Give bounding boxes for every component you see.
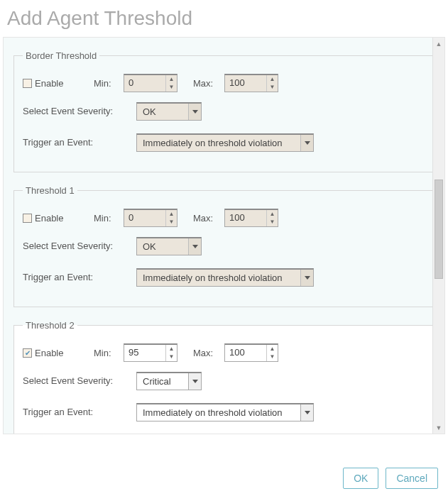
enable-checkbox[interactable] [23,79,32,88]
chevron-up-icon[interactable]: ▲ [267,75,278,84]
enable-checkbox[interactable] [23,214,32,223]
enable-checkbox[interactable]: ✔ [23,348,32,358]
group-legend: Threshold 1 [23,185,77,196]
chevron-down-icon [192,245,198,248]
dropdown-button[interactable] [188,373,201,390]
min-label: Min: [94,78,116,89]
dropdown-button[interactable] [188,104,201,120]
trigger-select[interactable]: Immediately on threshold violation [136,268,314,287]
min-input[interactable]: 95 ▲ ▼ [124,343,177,362]
min-spinner[interactable]: ▲ ▼ [165,345,177,361]
max-value: 100 [225,345,266,361]
chevron-down-icon[interactable]: ▼ [166,353,177,362]
page-title: Add Agent Threshold [7,7,448,30]
max-input[interactable]: 100 ▲ ▼ [224,343,278,362]
severity-select[interactable]: Critical [136,372,202,390]
chevron-down-icon [305,276,310,280]
trigger-label: Trigger an Event: [23,272,129,284]
group-threshold-1: Threshold 1 Enable Min: 0 ▲ ▼ Max: 100 [13,185,436,307]
chevron-down-icon[interactable]: ▼ [267,219,278,227]
min-input[interactable]: 0 ▲ ▼ [124,74,177,92]
max-input[interactable]: 100 ▲ ▼ [224,74,278,92]
scroll-up-icon[interactable]: ▲ [433,38,444,50]
trigger-select[interactable]: Immediately on threshold violation [136,403,314,421]
max-spinner[interactable]: ▲ ▼ [266,210,278,226]
enable-label: Enable [35,213,63,224]
min-value: 95 [124,345,165,361]
severity-label: Select Event Severity: [23,106,129,118]
dialog-footer: OK Cancel [343,468,438,489]
min-spinner[interactable]: ▲ ▼ [165,75,177,92]
min-value: 0 [124,210,165,226]
group-border-threshold: Border Threshold Enable Min: 0 ▲ ▼ Max: … [13,50,436,172]
max-spinner[interactable]: ▲ ▼ [266,345,278,361]
group-legend: Threshold 2 [23,320,77,331]
cancel-button[interactable]: Cancel [386,468,438,489]
trigger-label: Trigger an Event: [23,137,129,149]
severity-value: OK [137,104,188,120]
chevron-up-icon[interactable]: ▲ [166,210,177,219]
enable-label: Enable [35,78,63,89]
dropdown-button[interactable] [300,270,313,286]
trigger-value: Immediately on threshold violation [137,135,300,151]
max-input[interactable]: 100 ▲ ▼ [224,209,278,227]
severity-label: Select Event Severity: [23,241,129,253]
chevron-down-icon[interactable]: ▼ [166,219,177,227]
chevron-down-icon [305,141,310,145]
min-label: Min: [94,348,116,358]
chevron-up-icon[interactable]: ▲ [267,210,278,219]
min-value: 0 [124,75,165,92]
max-value: 100 [225,75,266,92]
scrollbar-thumb[interactable] [435,180,443,279]
ok-button[interactable]: OK [343,468,378,489]
form-panel: Border Threshold Enable Min: 0 ▲ ▼ Max: … [3,37,445,434]
dropdown-button[interactable] [300,404,313,421]
chevron-down-icon[interactable]: ▼ [267,353,278,362]
trigger-value: Immediately on threshold violation [137,270,300,286]
severity-label: Select Event Severity: [23,375,129,387]
chevron-down-icon [192,110,198,114]
trigger-label: Trigger an Event: [23,407,129,419]
min-input[interactable]: 0 ▲ ▼ [124,209,177,227]
dropdown-button[interactable] [300,135,313,151]
chevron-down-icon [192,380,198,383]
min-label: Min: [94,213,116,224]
trigger-select[interactable]: Immediately on threshold violation [136,133,314,152]
chevron-down-icon [305,411,310,414]
severity-value: OK [137,238,188,255]
group-threshold-2: Threshold 2 ✔ Enable Min: 95 ▲ ▼ Max: 10… [13,320,436,434]
min-spinner[interactable]: ▲ ▼ [165,210,177,226]
dropdown-button[interactable] [188,238,201,255]
severity-select[interactable]: OK [136,237,202,255]
enable-label: Enable [35,348,63,358]
severity-value: Critical [137,373,188,390]
max-label: Max: [193,348,217,358]
chevron-up-icon[interactable]: ▲ [166,75,177,84]
trigger-value: Immediately on threshold violation [137,404,300,421]
max-spinner[interactable]: ▲ ▼ [266,75,278,92]
chevron-up-icon[interactable]: ▲ [166,345,177,353]
scrollbar[interactable]: ▲ ▼ [432,38,444,434]
chevron-down-icon[interactable]: ▼ [267,84,278,92]
max-label: Max: [193,213,217,224]
chevron-down-icon[interactable]: ▼ [166,84,177,92]
max-label: Max: [193,78,217,89]
scroll-down-icon[interactable]: ▼ [433,421,444,434]
chevron-up-icon[interactable]: ▲ [267,345,278,353]
severity-select[interactable]: OK [136,102,202,121]
group-legend: Border Threshold [23,50,99,61]
max-value: 100 [225,210,266,226]
